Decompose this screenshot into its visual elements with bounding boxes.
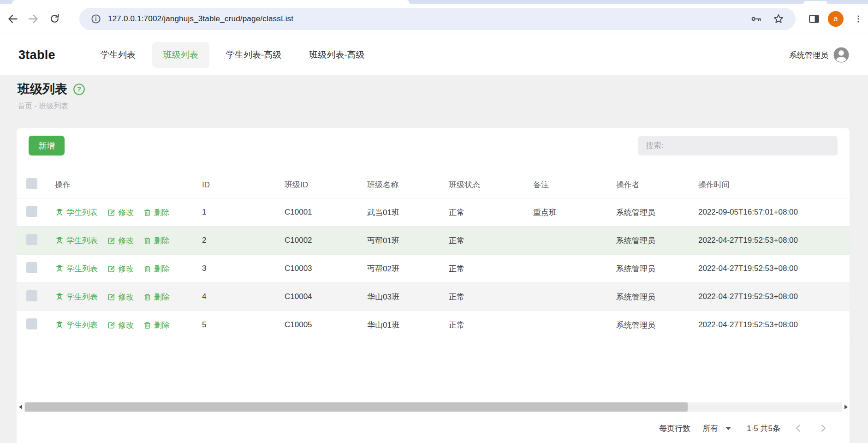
- cell-class-id: C10005: [285, 320, 367, 329]
- nav-tab-1[interactable]: 班级列表: [152, 42, 209, 68]
- action-student-list-link[interactable]: 学生列表: [55, 292, 98, 302]
- action-delete-link[interactable]: 删除: [143, 207, 170, 218]
- site-info-icon[interactable]: [90, 13, 101, 24]
- next-page-button[interactable]: [817, 422, 829, 434]
- browser-active-tab[interactable]: [12, 0, 410, 4]
- row-checkbox[interactable]: [26, 262, 37, 273]
- scrollbar-track[interactable]: [24, 402, 842, 412]
- app-navbar: 3table 学生列表班级列表学生列表-高级班级列表-高级 系统管理员: [0, 35, 868, 75]
- action-edit-link[interactable]: 修改: [107, 292, 134, 302]
- action-student-list-link[interactable]: 学生列表: [55, 320, 98, 330]
- row-actions: 学生列表修改删除: [55, 292, 202, 302]
- pagination-bar: 每页行数 所有 1-5 共5条: [659, 418, 829, 439]
- url-text: 127.0.0.1:7002/janghujs_3table_crud/page…: [108, 14, 293, 24]
- action-label: 学生列表: [66, 292, 98, 302]
- cell-id: 3: [202, 264, 285, 273]
- action-student-list-link[interactable]: 学生列表: [55, 235, 98, 246]
- browser-profile-avatar[interactable]: a: [828, 11, 844, 27]
- action-delete-link[interactable]: 删除: [143, 263, 170, 274]
- app-logo: 3table: [18, 48, 55, 62]
- edit-icon: [107, 293, 116, 301]
- right-triangle-icon: [844, 405, 848, 409]
- nav-tab-0[interactable]: 学生列表: [89, 42, 147, 68]
- user-name: 系统管理员: [789, 50, 828, 60]
- url-bar[interactable]: 127.0.0.1:7002/janghujs_3table_crud/page…: [79, 8, 796, 30]
- cell-class-id: C10001: [285, 208, 367, 217]
- rows-per-page-label: 每页行数: [659, 423, 690, 434]
- password-key-icon[interactable]: [750, 13, 762, 25]
- user-menu[interactable]: 系统管理员: [789, 47, 850, 63]
- action-label: 修改: [118, 235, 134, 246]
- browser-window: 127.0.0.1:7002/janghujs_3table_crud/page…: [0, 0, 868, 443]
- cell-class-id: C10003: [285, 264, 367, 273]
- cell-id: 2: [202, 236, 285, 245]
- side-panel-button[interactable]: [805, 10, 823, 28]
- breadcrumb: 首页 - 班级列表: [18, 102, 68, 111]
- cell-status: 正常: [449, 207, 533, 218]
- student-icon: [55, 236, 64, 245]
- table-row: 学生列表修改删除3C10003丐帮02班正常系统管理员2022-04-27T19…: [17, 255, 850, 283]
- help-icon[interactable]: ?: [73, 83, 85, 96]
- student-icon: [55, 292, 64, 301]
- forward-button[interactable]: [24, 10, 42, 28]
- row-checkbox[interactable]: [26, 206, 37, 217]
- action-delete-link[interactable]: 删除: [143, 292, 170, 302]
- edit-icon: [107, 236, 116, 245]
- prev-page-button[interactable]: [792, 422, 804, 434]
- delete-icon: [143, 264, 152, 273]
- cell-id: 4: [202, 292, 285, 301]
- add-button[interactable]: 新增: [29, 136, 65, 156]
- action-label: 学生列表: [66, 263, 98, 274]
- rows-per-page-select[interactable]: 所有: [702, 423, 731, 434]
- delete-icon: [143, 321, 152, 329]
- action-edit-link[interactable]: 修改: [107, 235, 134, 246]
- action-label: 删除: [154, 292, 170, 302]
- back-button[interactable]: [4, 10, 22, 28]
- cell-name: 丐帮02班: [367, 263, 449, 274]
- scroll-right-arrow[interactable]: [842, 402, 850, 412]
- action-edit-link[interactable]: 修改: [107, 263, 134, 274]
- nav-tab-2[interactable]: 学生列表-高级: [215, 42, 292, 68]
- cell-class-id: C10002: [285, 236, 367, 245]
- action-label: 删除: [154, 207, 170, 218]
- cell-name: 华山03班: [367, 292, 449, 302]
- action-edit-link[interactable]: 修改: [107, 320, 134, 330]
- row-actions: 学生列表修改删除: [55, 263, 202, 274]
- cell-time: 2022-04-27T19:52:53+08:00: [698, 264, 850, 273]
- scrollbar-thumb[interactable]: [25, 402, 688, 412]
- cell-id: 1: [202, 208, 285, 217]
- nav-tab-3[interactable]: 班级列表-高级: [298, 42, 375, 68]
- cell-name: 丐帮01班: [367, 235, 449, 246]
- urlbar-actions: [750, 13, 785, 25]
- select-all-checkbox[interactable]: [26, 178, 37, 189]
- action-edit-link[interactable]: 修改: [107, 207, 134, 218]
- student-icon: [55, 208, 64, 217]
- action-label: 修改: [118, 292, 134, 302]
- action-student-list-link[interactable]: 学生列表: [55, 207, 98, 218]
- reload-button[interactable]: [45, 10, 64, 28]
- action-label: 修改: [118, 263, 134, 274]
- action-delete-link[interactable]: 删除: [143, 235, 170, 246]
- cell-status: 正常: [449, 292, 533, 302]
- row-checkbox[interactable]: [26, 318, 37, 329]
- bookmark-star-icon[interactable]: [773, 13, 785, 25]
- action-delete-link[interactable]: 删除: [143, 320, 170, 330]
- cell-id: 5: [202, 320, 285, 329]
- action-label: 删除: [154, 320, 170, 330]
- row-checkbox[interactable]: [26, 234, 37, 245]
- forward-arrow-icon: [27, 13, 39, 25]
- student-icon: [55, 264, 64, 273]
- browser-menu-button[interactable]: [851, 10, 865, 28]
- column-header-time: 操作时间: [698, 180, 850, 190]
- column-header-remark: 备注: [533, 180, 616, 190]
- scroll-left-arrow[interactable]: [17, 402, 24, 412]
- action-student-list-link[interactable]: 学生列表: [55, 263, 98, 274]
- horizontal-scrollbar[interactable]: [17, 402, 850, 412]
- row-actions: 学生列表修改删除: [55, 320, 202, 330]
- search-input[interactable]: [638, 136, 838, 156]
- row-checkbox[interactable]: [26, 290, 37, 301]
- row-actions: 学生列表修改删除: [55, 207, 202, 218]
- column-header-class-id: 班级ID: [285, 180, 367, 190]
- class-table: 操作 ID 班级ID 班级名称 班级状态 备注 操作者 操作时间 学生列表修改删…: [17, 172, 850, 339]
- kebab-menu-icon: [853, 14, 863, 24]
